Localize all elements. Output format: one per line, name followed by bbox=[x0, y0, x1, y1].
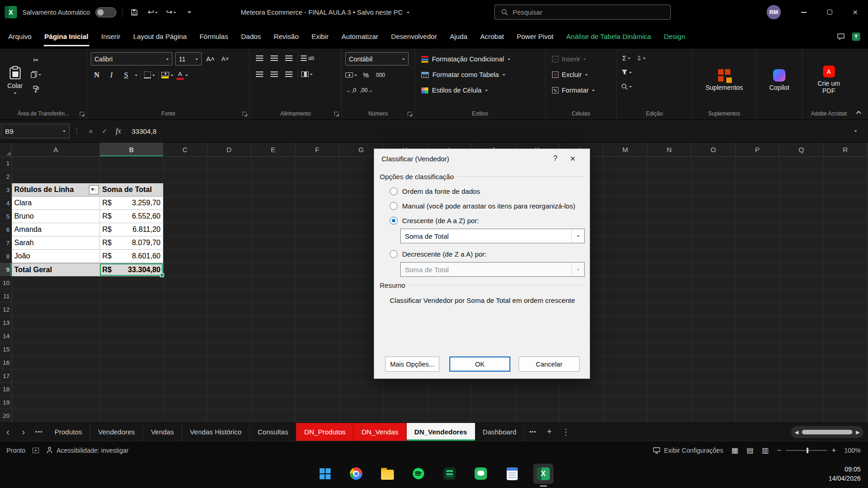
accounting-format-button[interactable] bbox=[345, 69, 357, 81]
descending-field-dropdown[interactable]: Soma de Total bbox=[400, 262, 585, 277]
sheet-menu-button[interactable]: ⋮ bbox=[558, 423, 574, 441]
cell-M15[interactable] bbox=[603, 343, 647, 356]
cell-Q16[interactable] bbox=[780, 356, 824, 369]
cell-R7[interactable] bbox=[824, 236, 868, 250]
cell-D6[interactable] bbox=[207, 223, 251, 236]
cell-N11[interactable] bbox=[647, 290, 691, 303]
ribbon-tab-dados[interactable]: Dados bbox=[235, 24, 267, 49]
cell-C8[interactable] bbox=[163, 250, 207, 263]
cell-F5[interactable] bbox=[295, 210, 339, 223]
cell-Q12[interactable] bbox=[780, 303, 824, 316]
cell-F13[interactable] bbox=[295, 316, 339, 329]
ribbon-tab-design[interactable]: Design bbox=[658, 24, 692, 49]
create-pdf-button[interactable]: A Crie um PDF bbox=[808, 52, 850, 108]
all-sheets-button[interactable]: ••• bbox=[31, 423, 47, 441]
dialog-help-button[interactable]: ? bbox=[547, 154, 563, 163]
row-header-13[interactable]: 13 bbox=[0, 316, 12, 329]
cell-I19[interactable] bbox=[427, 396, 471, 409]
cell-A3[interactable]: Rótulos de Linha↑ bbox=[12, 183, 100, 197]
align-top-button[interactable] bbox=[254, 52, 265, 64]
more-options-button[interactable]: Mais Opções... bbox=[385, 356, 439, 372]
cell-G18[interactable] bbox=[339, 383, 383, 396]
cell-Q11[interactable] bbox=[780, 290, 824, 303]
cell-P19[interactable] bbox=[735, 396, 780, 409]
sheet-nav-right-button[interactable]: › bbox=[16, 423, 31, 441]
cell-E15[interactable] bbox=[251, 343, 295, 356]
cell-F9[interactable] bbox=[295, 263, 339, 276]
cell-P20[interactable] bbox=[735, 409, 780, 422]
format-cells-button[interactable]: ✎Formatar bbox=[549, 83, 613, 97]
cell-O8[interactable] bbox=[691, 250, 735, 263]
cell-C11[interactable] bbox=[163, 290, 207, 303]
column-header-O[interactable]: O bbox=[691, 143, 735, 157]
zoom-slider[interactable] bbox=[786, 450, 827, 451]
cell-D13[interactable] bbox=[207, 316, 251, 329]
cell-B11[interactable] bbox=[100, 290, 163, 303]
cell-N18[interactable] bbox=[647, 383, 691, 396]
cell-J19[interactable] bbox=[471, 396, 515, 409]
excel-taskbar-button[interactable]: X bbox=[533, 464, 553, 484]
cell-H20[interactable] bbox=[383, 409, 427, 422]
cell-Q1[interactable] bbox=[780, 157, 824, 170]
cell-M14[interactable] bbox=[603, 329, 647, 343]
cell-R5[interactable] bbox=[824, 210, 868, 223]
dialog-titlebar[interactable]: Classificar (Vendedor) ? × bbox=[374, 149, 590, 168]
cell-D2[interactable] bbox=[207, 170, 251, 183]
cell-A18[interactable] bbox=[12, 383, 100, 396]
cell-I20[interactable] bbox=[427, 409, 471, 422]
cell-B2[interactable] bbox=[100, 170, 163, 183]
row-header-9[interactable]: 9 bbox=[0, 263, 12, 276]
cell-B20[interactable] bbox=[100, 409, 163, 422]
save-button[interactable] bbox=[128, 5, 141, 19]
collapse-ribbon-button[interactable] bbox=[855, 110, 863, 116]
increase-font-icon[interactable]: A˄ bbox=[205, 53, 216, 65]
align-left-button[interactable] bbox=[254, 68, 265, 80]
autosum-button[interactable]: Σ bbox=[620, 52, 632, 64]
cell-N4[interactable] bbox=[647, 197, 691, 210]
maximize-button[interactable] bbox=[817, 0, 842, 24]
cell-J20[interactable] bbox=[471, 409, 515, 422]
sheet-tab-vendas[interactable]: Vendas bbox=[143, 423, 182, 441]
delete-cells-button[interactable]: ×Excluir bbox=[549, 68, 613, 82]
cell-O16[interactable] bbox=[691, 356, 735, 369]
normal-view-button[interactable]: ▦ bbox=[731, 446, 738, 455]
cell-P13[interactable] bbox=[735, 316, 780, 329]
green-app-taskbar-button[interactable] bbox=[440, 464, 460, 484]
cell-B6[interactable]: R$6.811,20 bbox=[100, 223, 163, 236]
cell-C7[interactable] bbox=[163, 236, 207, 250]
ok-button[interactable]: OK bbox=[449, 356, 510, 372]
cell-R18[interactable] bbox=[824, 383, 868, 396]
cell-D9[interactable] bbox=[207, 263, 251, 276]
cell-E19[interactable] bbox=[251, 396, 295, 409]
minimize-button[interactable] bbox=[791, 0, 817, 24]
cell-C6[interactable] bbox=[163, 223, 207, 236]
cell-M13[interactable] bbox=[603, 316, 647, 329]
underline-button[interactable]: S bbox=[120, 69, 132, 81]
cell-E18[interactable] bbox=[251, 383, 295, 396]
ribbon-tab-layout-da-p-gina[interactable]: Layout da Página bbox=[127, 24, 193, 49]
cell-P4[interactable] bbox=[735, 197, 780, 210]
cell-H18[interactable] bbox=[383, 383, 427, 396]
cell-R4[interactable] bbox=[824, 197, 868, 210]
confirm-entry-button[interactable]: ✓ bbox=[98, 124, 111, 138]
cell-P7[interactable] bbox=[735, 236, 780, 250]
ribbon-tab-ajuda[interactable]: Ajuda bbox=[443, 24, 474, 49]
format-painter-button[interactable] bbox=[30, 83, 42, 95]
cell-C2[interactable] bbox=[163, 170, 207, 183]
cell-R16[interactable] bbox=[824, 356, 868, 369]
cell-P16[interactable] bbox=[735, 356, 780, 369]
column-header-Q[interactable]: Q bbox=[780, 143, 824, 157]
font-color-button[interactable]: A bbox=[176, 69, 188, 81]
cell-M9[interactable] bbox=[603, 263, 647, 276]
cell-O9[interactable] bbox=[691, 263, 735, 276]
name-box[interactable]: B9 bbox=[1, 124, 70, 138]
merge-center-button[interactable] bbox=[301, 68, 313, 80]
cell-R2[interactable] bbox=[824, 170, 868, 183]
cell-F11[interactable] bbox=[295, 290, 339, 303]
cell-A17[interactable] bbox=[12, 369, 100, 383]
cell-N20[interactable] bbox=[647, 409, 691, 422]
cell-E9[interactable] bbox=[251, 263, 295, 276]
ribbon-tab-automatizar[interactable]: Automatizar bbox=[335, 24, 385, 49]
borders-button[interactable] bbox=[144, 69, 155, 81]
cell-E14[interactable] bbox=[251, 329, 295, 343]
